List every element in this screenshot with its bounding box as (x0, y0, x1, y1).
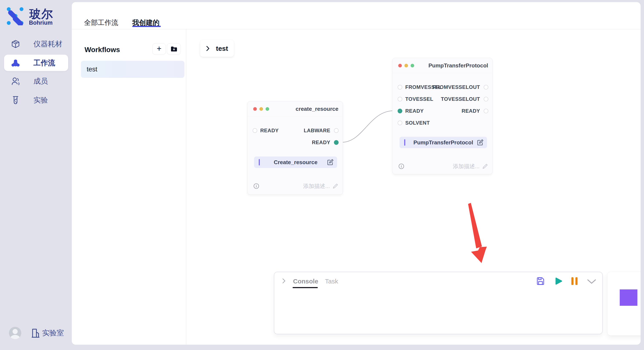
node-action-label: Create_resource (254, 159, 337, 166)
info-icon[interactable] (398, 164, 404, 169)
bohrium-logo-icon (7, 7, 25, 25)
port-label: SOLVENT (405, 120, 430, 126)
node-pump-transfer-protocol[interactable]: PumpTransferProtocol FROMVESSEL FROMVESS… (392, 58, 492, 174)
console-tab[interactable]: Console (293, 278, 318, 285)
node-header[interactable]: PumpTransferProtocol (392, 58, 492, 73)
workflow-list-item-test[interactable]: test (81, 61, 184, 78)
node-action-button[interactable]: Create_resource (254, 157, 337, 168)
port-label: READY (312, 140, 330, 146)
output-port-ready[interactable] (334, 140, 338, 145)
top-tabbar: 全部工作流 我创建的 (72, 2, 640, 29)
node-dot-yellow (260, 107, 263, 111)
port-row: READY READY (392, 107, 492, 115)
workflows-panel-title: Workflows (84, 46, 120, 54)
description-placeholder[interactable]: 添加描述... (453, 163, 480, 170)
edit-icon[interactable] (327, 159, 334, 166)
port-label: TOVESSELOUT (441, 96, 480, 102)
node-action-button[interactable]: PumpTransferProtocol (400, 137, 487, 148)
collapse-chevron-icon[interactable] (282, 278, 286, 284)
console-panel: Console Task (274, 272, 603, 334)
save-icon[interactable] (536, 277, 544, 285)
node-footer: 添加描述... (248, 182, 343, 190)
port-row: READY LABWARE (248, 127, 343, 134)
node-dot-green (266, 107, 269, 111)
console-active-underline (292, 287, 318, 288)
pencil-icon[interactable] (332, 183, 338, 189)
port-label: READY (405, 108, 424, 114)
app-window: 玻尔 Bohrium 仪器耗材 工作流 成员 (0, 0, 644, 350)
output-port-ready[interactable] (484, 109, 488, 113)
node-action-label: PumpTransferProtocol (400, 139, 487, 146)
port-label: TOVESSEL (405, 96, 434, 102)
port-label: LABWARE (304, 128, 330, 134)
node-create-resource[interactable]: create_resource READY LABWARE READY Crea… (247, 101, 343, 195)
node-dot-red (253, 107, 257, 111)
user-avatar[interactable] (9, 327, 21, 339)
breadcrumb[interactable]: test (200, 40, 234, 57)
minimap-node-create-resource (620, 289, 638, 306)
node-title: PumpTransferProtocol (428, 62, 488, 69)
tab-all-workflows[interactable]: 全部工作流 (84, 18, 118, 27)
task-tab[interactable]: Task (325, 278, 338, 285)
folder-download-icon (170, 46, 178, 52)
output-port-labware[interactable] (334, 128, 338, 133)
input-port-ready[interactable] (252, 128, 257, 133)
node-title: create_resource (296, 105, 338, 112)
breadcrumb-label: test (216, 44, 228, 52)
main-content-card: 全部工作流 我创建的 Workflows + test (72, 2, 640, 345)
experiment-icon (11, 96, 20, 105)
package-icon (11, 39, 20, 48)
sidebar-item-consumables[interactable]: 仪器耗材 (0, 37, 71, 51)
workflow-icon (11, 58, 20, 67)
port-row: READY (248, 139, 343, 146)
port-row: FROMVESSEL FROMVESSELOUT (392, 84, 492, 91)
workflows-panel: Workflows + test (72, 29, 186, 345)
import-folder-button[interactable] (167, 43, 180, 54)
sidebar: 玻尔 Bohrium 仪器耗材 工作流 成员 (0, 0, 71, 350)
run-play-icon[interactable] (554, 277, 563, 285)
input-port-solvent[interactable] (398, 121, 402, 125)
page-scrollbar-track[interactable] (640, 0, 644, 350)
pause-bar (576, 277, 578, 285)
sidebar-item-label: 成员 (34, 76, 48, 86)
workflow-canvas[interactable]: test ⌘ 美化 (186, 29, 640, 345)
members-icon (11, 77, 20, 86)
minimap[interactable] (607, 272, 644, 336)
pause-bar (572, 277, 574, 285)
input-port-fromvessel[interactable] (398, 85, 402, 90)
description-placeholder[interactable]: 添加描述... (303, 182, 330, 190)
sidebar-item-members[interactable]: 成员 (0, 74, 71, 89)
edit-icon[interactable] (477, 139, 484, 146)
node-dot-yellow (404, 64, 408, 67)
building-icon (31, 328, 40, 338)
sidebar-item-experiment[interactable]: 实验 (0, 93, 71, 108)
node-dot-red (398, 64, 402, 67)
lab-switcher[interactable]: 实验室 (42, 328, 64, 338)
brand-name-en: Bohrium (29, 19, 52, 26)
sidebar-item-label: 实验 (34, 95, 48, 105)
input-port-ready[interactable] (398, 109, 402, 113)
sidebar-footer: 实验室 (0, 325, 71, 342)
sidebar-item-workflow[interactable]: 工作流 (4, 55, 68, 71)
chevron-right-icon (206, 45, 210, 51)
port-label: READY (260, 128, 279, 134)
output-port-fromvesselout[interactable] (484, 85, 488, 90)
port-label: READY (462, 108, 480, 114)
pause-icon[interactable] (572, 277, 578, 285)
chevron-down-icon[interactable] (587, 279, 596, 284)
sidebar-item-label: 仪器耗材 (34, 39, 62, 49)
node-dot-green (410, 64, 414, 67)
pencil-icon[interactable] (482, 163, 488, 169)
active-tab-underline (132, 26, 161, 27)
workflow-name: test (87, 65, 97, 73)
port-row: TOVESSEL TOVESSELOUT (392, 95, 492, 103)
info-icon[interactable] (254, 183, 259, 189)
node-footer: 添加描述... (392, 163, 492, 170)
input-port-tovessel[interactable] (398, 97, 402, 101)
sidebar-item-label: 工作流 (34, 58, 55, 68)
add-workflow-button[interactable]: + (152, 43, 166, 54)
output-port-tovesselout[interactable] (484, 97, 488, 101)
port-label: FROMVESSELOUT (432, 84, 480, 90)
node-header[interactable]: create_resource (248, 101, 343, 116)
port-row: SOLVENT (392, 119, 492, 127)
